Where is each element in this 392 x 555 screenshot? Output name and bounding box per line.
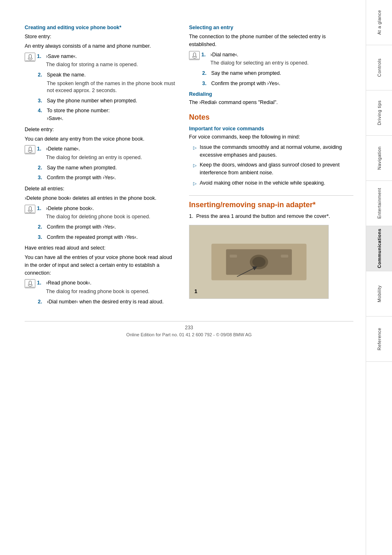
mic-body-5 <box>193 53 196 57</box>
sidebar-item-communications[interactable]: Communications <box>366 226 392 271</box>
select-step-3-label: Confirm the prompt with ›Yes‹. <box>211 80 280 88</box>
delete-all-step-3-row: 3. Confirm the repeated prompt with ›Yes… <box>38 234 177 241</box>
right-column: Selecting an entry The connection to the… <box>189 25 353 309</box>
redial-desc: The ›Redial‹ command opens "Redial". <box>189 99 353 106</box>
page-line <box>25 60 35 61</box>
sidebar-tab-label-reference: Reference <box>377 328 382 350</box>
store-steps: 1. ›Save name‹. The dialog for storing a… <box>25 53 177 123</box>
bullet-3-text: Avoid making other noise in the vehicle … <box>200 179 325 187</box>
read-step-1-content: 1. ›Read phone book‹. The dialog for rea… <box>37 279 150 295</box>
read-step-2-row: 2. ›Dial number‹ when the desired entry … <box>38 298 177 306</box>
select-desc: The connection to the phone number of th… <box>189 33 353 49</box>
delete-all-steps: 1. ›Delete phone book‹. The dialog for d… <box>25 205 177 241</box>
page-line-3 <box>25 213 35 213</box>
inserting-step1: 1. Press the area 1 around the button an… <box>189 213 353 220</box>
select-step-2: 2. Say the name when prompted. <box>202 69 353 77</box>
delete-step-3-label: Confirm the prompt with ›Yes‹. <box>47 174 116 182</box>
delete-all-step-2-label: Confirm the prompt with ›Yes‹. <box>47 223 116 231</box>
page-footer: 233 Online Edition for Part no. 01 41 2 … <box>25 321 353 337</box>
store-label: Store entry: <box>25 33 177 41</box>
delete-all-step-1-row: 1. ›Delete phone book‹. <box>37 205 150 213</box>
voice-icon-2 <box>25 145 35 154</box>
store-step-1: 1. ›Save name‹. The dialog for storing a… <box>25 53 177 69</box>
select-step-2-row: 2. Say the name when prompted. <box>202 69 353 77</box>
select-step-3-row: 3. Confirm the prompt with ›Yes‹. <box>202 80 353 88</box>
read-label: Have entries read aloud and select: <box>25 244 177 252</box>
sidebar-item-entertainment[interactable]: Entertainment <box>366 181 392 226</box>
delete-step-2-row: 2. Say the name when prompted. <box>38 164 177 172</box>
step-4-num: 4. <box>38 107 44 123</box>
select-steps: 1. ›Dial name‹. The dialog for selecting… <box>189 51 353 88</box>
bullet-1: ▷ Issue the commands smoothly and at nor… <box>193 143 353 159</box>
svg-point-3 <box>252 257 265 267</box>
delete-all-step-1-cmd: ›Delete phone book‹. <box>46 205 94 213</box>
store-step-4: 4. To store the phone number: ›Save‹. <box>38 107 177 123</box>
left-section-heading: Creating and editing voice phone book* <box>25 25 177 30</box>
sidebar-item-driving-tips[interactable]: Driving tips <box>366 90 392 136</box>
image-label-1: 1 <box>194 288 197 294</box>
sidebar: At a glance Controls Driving tips Naviga… <box>366 0 392 555</box>
delete-step-3-num: 3. <box>38 174 44 182</box>
select-step-2-label: Say the name when prompted. <box>211 69 281 77</box>
delete-label: Delete entry: <box>25 126 177 134</box>
step-1-num: 1. <box>37 53 44 60</box>
delete-step-1-cmd: ›Delete name‹. <box>46 145 80 153</box>
sidebar-item-reference[interactable]: Reference <box>366 317 392 362</box>
page-line-5 <box>190 59 199 59</box>
mic-body-4 <box>29 281 32 285</box>
sidebar-item-mobility[interactable]: Mobility <box>366 271 392 317</box>
car-illustration <box>203 236 314 288</box>
delete-all-label: Delete all entries: <box>25 185 177 193</box>
sidebar-tab-label-at-a-glance: At a glance <box>377 10 382 35</box>
step-1-row: 1. ›Save name‹. <box>37 53 138 60</box>
delete-all-step-2-row: 2. Confirm the prompt with ›Yes‹. <box>38 223 177 231</box>
delete-step-1-num: 1. <box>37 145 44 153</box>
read-desc: You can have all the entries of your voi… <box>25 254 177 277</box>
select-heading: Selecting an entry <box>189 25 353 30</box>
delete-all-step-2: 2. Confirm the prompt with ›Yes‹. <box>38 223 177 231</box>
bullet-2: ▷ Keep the doors, windows and glass sunr… <box>193 161 353 177</box>
svg-rect-4 <box>230 254 237 257</box>
bullet-arrow-2: ▷ <box>193 161 200 169</box>
store-step-2: 2. Speak the name. The spoken length of … <box>38 71 177 95</box>
read-step-2-cmd: ›Dial number‹ when the desired entry is … <box>47 298 164 306</box>
read-step-1-num: 1. <box>37 279 44 287</box>
step-1-sub: The dialog for storing a name is opened. <box>46 61 138 69</box>
sidebar-item-navigation[interactable]: Navigation <box>366 136 392 181</box>
select-step-1-content: 1. ›Dial name‹. The dialog for selecting… <box>201 51 309 67</box>
select-step-1-sub: The dialog for selecting an entry is ope… <box>210 60 309 67</box>
delete-step-3-row: 3. Confirm the prompt with ›Yes‹. <box>38 174 177 182</box>
mic-body-3 <box>29 206 32 210</box>
sidebar-item-at-a-glance[interactable]: At a glance <box>366 0 392 45</box>
sidebar-tab-label-driving-tips: Driving tips <box>377 100 382 125</box>
notes-section: Notes Important for voice commands For v… <box>189 113 353 187</box>
step-4-cmd: ›Save‹. <box>47 116 63 121</box>
important-heading: Important for voice commands <box>189 126 353 132</box>
voice-icon-1 <box>25 53 35 62</box>
store-desc: An entry always consists of a name and p… <box>25 42 177 50</box>
step-4-label: To store the phone number: <box>47 108 110 113</box>
mic-icon-5 <box>192 53 197 58</box>
delete-desc: You can delete any entry from the voice … <box>25 135 177 143</box>
mic-icon-4 <box>28 281 32 287</box>
select-step-1-row: 1. ›Dial name‹. <box>201 51 309 59</box>
mic-body-2 <box>29 147 32 151</box>
page-line-2 <box>25 153 35 153</box>
voice-icon-3 <box>25 205 35 214</box>
bullet-3: ▷ Avoid making other noise in the vehicl… <box>193 179 353 187</box>
delete-step-2: 2. Say the name when prompted. <box>38 164 177 172</box>
read-step-2-num: 2. <box>38 298 44 306</box>
left-column: Creating and editing voice phone book* S… <box>25 25 177 309</box>
read-step-2: 2. ›Dial number‹ when the desired entry … <box>38 298 177 306</box>
delete-all-step-1-content: 1. ›Delete phone book‹. The dialog for d… <box>37 205 150 221</box>
sidebar-item-controls[interactable]: Controls <box>366 45 392 90</box>
svg-rect-5 <box>281 254 288 257</box>
delete-step-2-num: 2. <box>38 164 44 172</box>
step-1-content: 1. ›Save name‹. The dialog for storing a… <box>37 53 138 69</box>
bullet-1-text: Issue the commands smoothly and at norma… <box>200 143 353 159</box>
step-2-sub: The spoken length of the names in the ph… <box>47 80 177 95</box>
step-4-row: 4. To store the phone number: ›Save‹. <box>38 107 177 123</box>
delete-step-1-sub: The dialog for deleting an entry is open… <box>46 154 142 162</box>
read-step-1: 1. ›Read phone book‹. The dialog for rea… <box>25 279 177 295</box>
redial-heading: Redialing <box>189 91 353 97</box>
